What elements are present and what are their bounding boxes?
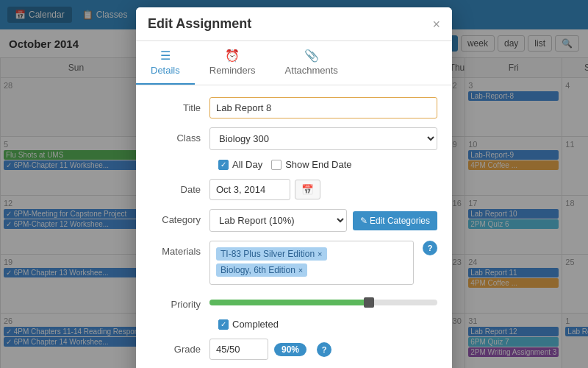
priority-row: Priority	[151, 294, 437, 310]
modal-body: Title Class Biology 300 Chemistry 101 Ma…	[136, 85, 452, 368]
materials-help-icon[interactable]: ?	[423, 241, 437, 255]
category-row: Category Lab Report (10%) Homework (20%)…	[151, 209, 437, 232]
completed-row: ✓ Completed	[151, 319, 437, 330]
calendar-picker-btn[interactable]: 📅	[295, 180, 320, 199]
priority-thumb[interactable]	[364, 297, 374, 308]
show-end-date-checkbox[interactable]	[271, 160, 282, 170]
materials-box[interactable]: TI-83 Plus Silver Edition × Biology, 6th…	[209, 241, 414, 285]
grade-label: Grade	[151, 339, 209, 355]
modal-overlay: Edit Assignment × ☰ Details ⏰ Reminders …	[0, 0, 588, 368]
allday-checkbox[interactable]: ✓	[218, 160, 229, 170]
material-tag-bio: Biology, 6th Edition ×	[216, 263, 307, 277]
tab-details[interactable]: ☰ Details	[136, 41, 195, 85]
date-control: 📅	[209, 179, 437, 200]
attachments-icon: 📎	[304, 49, 319, 63]
tab-reminders[interactable]: ⏰ Reminders	[195, 41, 270, 85]
grade-help-icon[interactable]: ?	[317, 342, 331, 357]
modal-title: Edit Assignment	[148, 16, 251, 32]
date-label: Date	[151, 179, 209, 195]
allday-row: ✓ All Day Show End Date	[151, 159, 437, 170]
title-label: Title	[151, 97, 209, 113]
title-control	[209, 97, 437, 118]
grade-row: Grade 90% ?	[151, 339, 437, 360]
title-row: Title	[151, 97, 437, 118]
details-icon: ☰	[160, 49, 171, 63]
priority-control	[209, 294, 437, 305]
grade-wrap: 90% ?	[209, 339, 437, 360]
tab-attachments[interactable]: 📎 Attachments	[270, 41, 353, 85]
category-control: Lab Report (10%) Homework (20%) Quiz (15…	[209, 209, 437, 232]
grade-input[interactable]	[209, 339, 268, 360]
close-button[interactable]: ×	[432, 18, 440, 31]
date-input[interactable]	[209, 179, 290, 200]
completed-checkbox-label[interactable]: ✓ Completed	[218, 319, 437, 330]
priority-track[interactable]	[209, 300, 437, 305]
show-end-date-checkbox-label[interactable]: Show End Date	[271, 159, 351, 170]
modal-tabs: ☰ Details ⏰ Reminders 📎 Attachments	[136, 41, 452, 85]
class-label: Class	[151, 127, 209, 144]
edit-assignment-modal: Edit Assignment × ☰ Details ⏰ Reminders …	[136, 7, 452, 368]
class-control: Biology 300 Chemistry 101 Math 201	[209, 127, 437, 150]
date-input-wrap: 📅	[209, 179, 437, 200]
priority-label: Priority	[151, 294, 209, 310]
class-select[interactable]: Biology 300 Chemistry 101 Math 201	[209, 127, 437, 150]
materials-row: Materials TI-83 Plus Silver Edition × Bi…	[151, 241, 437, 285]
materials-label: Materials	[151, 241, 209, 257]
grade-control: 90% ?	[209, 339, 437, 360]
date-row: Date 📅	[151, 179, 437, 200]
category-inner-row: Lab Report (10%) Homework (20%) Quiz (15…	[209, 209, 437, 232]
allday-checkbox-label[interactable]: ✓ All Day	[218, 159, 262, 170]
class-row: Class Biology 300 Chemistry 101 Math 201	[151, 127, 437, 150]
materials-control: TI-83 Plus Silver Edition × Biology, 6th…	[209, 241, 437, 285]
grade-badge: 90%	[274, 343, 306, 356]
material-tag-ti83: TI-83 Plus Silver Edition ×	[216, 247, 327, 261]
category-select[interactable]: Lab Report (10%) Homework (20%) Quiz (15…	[209, 209, 347, 232]
priority-fill	[209, 300, 369, 305]
completed-checkbox[interactable]: ✓	[218, 319, 229, 330]
category-label: Category	[151, 209, 209, 225]
edit-categories-btn[interactable]: ✎ Edit Categories	[353, 211, 437, 230]
modal-header: Edit Assignment ×	[136, 7, 452, 41]
material-remove-bio[interactable]: ×	[298, 266, 303, 275]
material-remove-ti83[interactable]: ×	[318, 250, 322, 258]
title-input[interactable]	[209, 97, 437, 118]
reminders-icon: ⏰	[225, 49, 240, 63]
